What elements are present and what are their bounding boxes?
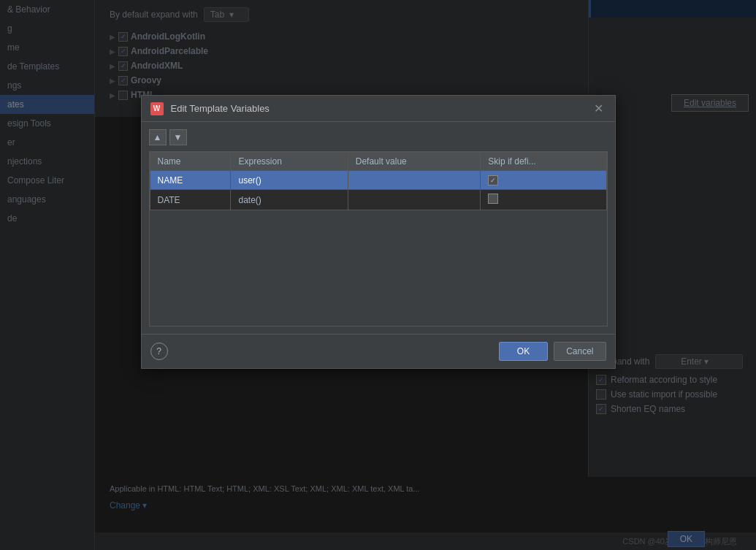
modal-header: W Edit Template Variables ✕: [142, 96, 615, 122]
move-up-button[interactable]: ▲: [149, 129, 167, 145]
move-down-button[interactable]: ▼: [169, 129, 187, 145]
modal-footer-right: OK Cancel: [499, 342, 606, 361]
col-skip: Skip if defi...: [481, 153, 606, 171]
row-0-default: [348, 171, 481, 190]
row-1-skip-checkbox[interactable]: [488, 194, 498, 204]
row-0-name: NAME: [150, 171, 231, 190]
row-1-skip: [481, 190, 606, 210]
modal-footer: ? OK Cancel: [142, 334, 615, 368]
ok-button[interactable]: OK: [499, 342, 548, 361]
edit-template-variables-modal: W Edit Template Variables ✕ ▲ ▼ Name Exp…: [141, 95, 616, 369]
cancel-button[interactable]: Cancel: [554, 342, 606, 361]
col-expression: Expression: [231, 153, 348, 171]
modal-overlay: W Edit Template Variables ✕ ▲ ▼ Name Exp…: [0, 0, 756, 550]
row-1-default: [348, 190, 481, 210]
row-1-name: DATE: [150, 190, 231, 210]
col-name: Name: [150, 153, 231, 171]
help-button[interactable]: ?: [150, 343, 168, 360]
table-row[interactable]: DATE date(): [150, 190, 606, 210]
modal-close-button[interactable]: ✕: [591, 102, 606, 115]
row-0-skip: [481, 171, 606, 190]
variables-table-container: Name Expression Default value Skip if de…: [149, 151, 608, 326]
row-0-skip-checkbox[interactable]: [488, 175, 498, 186]
row-0-expression: user(): [231, 171, 348, 190]
table-header-row: Name Expression Default value Skip if de…: [150, 153, 606, 171]
modal-toolbar: ▲ ▼: [149, 129, 608, 145]
modal-footer-left: ?: [150, 343, 168, 360]
col-default-value: Default value: [348, 153, 481, 171]
variables-table: Name Expression Default value Skip if de…: [150, 152, 607, 210]
table-row[interactable]: NAME user(): [150, 171, 606, 190]
modal-body: ▲ ▼ Name Expression Default value Skip i…: [142, 122, 615, 334]
modal-icon: W: [150, 102, 164, 115]
row-1-expression: date(): [231, 190, 348, 210]
modal-title: Edit Template Variables: [171, 103, 591, 114]
